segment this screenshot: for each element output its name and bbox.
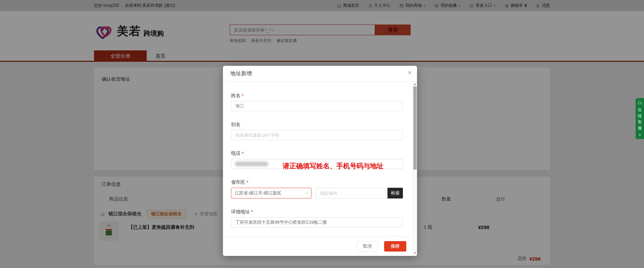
service-label-char: 服 [638,126,642,131]
service-label-char: 客 [638,120,642,125]
field-alias: 别名 [231,122,403,140]
close-icon[interactable]: × [408,69,412,76]
collapse-icon[interactable]: « [639,132,641,137]
save-button[interactable]: 保存 [384,241,406,252]
headset-icon [637,101,642,106]
scroll-up-icon[interactable]: ▲ [413,83,417,86]
name-label: 姓名 [231,93,240,99]
required-mark: * [242,93,243,98]
chevron-down-icon: ∨ [305,191,308,195]
required-mark: * [246,180,248,185]
region-select[interactable]: 江苏省-镇江市-镇江新区 ∨ [231,188,312,198]
modal-title: 地址新增 [230,70,252,77]
required-mark: * [242,151,243,156]
scroll-down-icon[interactable]: ▼ [413,252,417,255]
address-label: 详细地址 [231,209,250,215]
region-search-button[interactable]: 检索 [387,188,403,198]
address-input[interactable] [231,217,403,227]
alias-input[interactable] [231,130,403,140]
scrollbar-thumb[interactable] [413,86,417,170]
alias-label: 别名 [231,122,240,128]
modal-scrollbar[interactable]: ▲ ▼ [413,82,417,256]
add-address-modal: 地址新增 × 请正确填写姓名、手机号码与地址 姓名 * 别名 电话 * [223,66,417,256]
name-input[interactable] [231,101,403,111]
region-label: 省市区 [231,179,245,185]
region-code-input[interactable] [316,188,387,198]
modal-header: 地址新增 × [223,66,417,82]
field-region: 省市区 * 江苏省-镇江市-镇江新区 ∨ 检索 [231,179,403,198]
cancel-button[interactable]: 取消 [357,241,378,252]
redacted-phone-value [235,162,268,166]
region-selected-value: 江苏省-镇江市-镇江新区 [235,190,281,196]
phone-label: 电话 [231,150,240,157]
online-service-tab[interactable]: 在 线 客 服 « [636,98,644,139]
form-warning-text: 请正确填写姓名、手机号码与地址 [283,162,383,171]
modal-footer: 取消 保存 [223,236,417,256]
service-label-char: 线 [638,114,642,119]
service-label-char: 在 [638,107,642,113]
modal-body: 请正确填写姓名、手机号码与地址 姓名 * 别名 电话 * [223,82,417,236]
required-mark: * [251,209,253,215]
field-name: 姓名 * [231,93,403,111]
field-address: 详细地址 * [231,209,403,227]
